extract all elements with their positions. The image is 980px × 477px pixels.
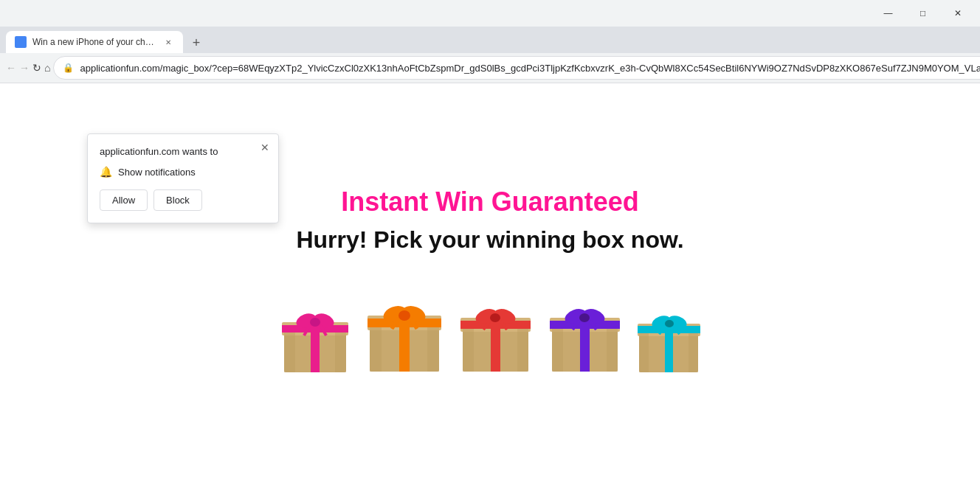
svg-rect-21 xyxy=(517,327,528,372)
minimize-button[interactable]: — xyxy=(872,2,905,24)
new-tab-button[interactable]: + xyxy=(186,32,207,53)
lock-icon: 🔒 xyxy=(63,63,74,73)
svg-rect-31 xyxy=(580,327,590,372)
svg-point-17 xyxy=(398,310,410,321)
bell-icon: 🔔 xyxy=(100,166,112,178)
svg-rect-22 xyxy=(491,327,500,372)
tab-favicon-icon xyxy=(15,36,27,48)
popup-buttons: Allow Block xyxy=(100,189,266,211)
svg-rect-12 xyxy=(427,326,439,372)
gift-box-2[interactable] xyxy=(364,283,445,375)
svg-point-44 xyxy=(665,320,674,327)
svg-rect-13 xyxy=(399,326,410,372)
reload-button[interactable]: ↻ xyxy=(32,56,41,80)
svg-point-35 xyxy=(579,313,590,322)
svg-rect-40 xyxy=(665,332,673,372)
svg-rect-38 xyxy=(639,332,649,372)
forward-button[interactable]: → xyxy=(19,56,30,80)
gift-boxes-container xyxy=(278,283,702,375)
maximize-button[interactable]: □ xyxy=(906,2,939,24)
tab-title: Win a new iPhone of your choice xyxy=(32,37,156,47)
svg-rect-29 xyxy=(552,327,563,372)
address-bar[interactable]: 🔒 applicationfun.com/magic_box/?cep=68WE… xyxy=(53,56,980,80)
gift-box-1[interactable] xyxy=(278,294,352,375)
svg-point-8 xyxy=(310,318,320,327)
tab-close-button[interactable]: ✕ xyxy=(162,36,174,48)
active-tab[interactable]: Win a new iPhone of your choice ✕ xyxy=(6,31,183,53)
page-content: ✕ applicationfun.com wants to 🔔 Show not… xyxy=(0,83,980,477)
svg-rect-4 xyxy=(311,331,320,372)
headline-black: Hurry! Pick your winning box now. xyxy=(296,226,683,254)
gift-box-3[interactable] xyxy=(457,287,534,375)
allow-button[interactable]: Allow xyxy=(100,189,148,211)
svg-point-26 xyxy=(490,313,500,322)
permission-row: 🔔 Show notifications xyxy=(100,166,266,178)
title-bar: — □ ✕ xyxy=(0,0,980,27)
svg-rect-39 xyxy=(689,332,698,372)
svg-rect-30 xyxy=(607,327,618,372)
headline-pink: Instant Win Guaranteed xyxy=(341,187,639,217)
svg-rect-20 xyxy=(463,327,474,372)
browser-chrome: — □ ✕ Win a new iPhone of your choice ✕ … xyxy=(0,0,980,83)
nav-bar: ← → ↻ ⌂ 🔒 applicationfun.com/magic_box/?… xyxy=(0,53,980,83)
permission-label: Show notifications xyxy=(118,167,196,178)
notification-popup: ✕ applicationfun.com wants to 🔔 Show not… xyxy=(87,133,279,223)
tab-bar: Win a new iPhone of your choice ✕ + xyxy=(0,27,980,53)
popup-close-button[interactable]: ✕ xyxy=(258,140,272,155)
home-button[interactable]: ⌂ xyxy=(44,56,50,80)
svg-rect-11 xyxy=(370,326,382,372)
back-button[interactable]: ← xyxy=(6,56,16,80)
svg-rect-2 xyxy=(284,331,295,372)
url-text: applicationfun.com/magic_box/?cep=68WEqy… xyxy=(80,63,980,74)
popup-title: applicationfun.com wants to xyxy=(100,146,266,157)
window-controls: — □ ✕ xyxy=(872,2,974,24)
close-button[interactable]: ✕ xyxy=(941,2,974,24)
svg-rect-3 xyxy=(335,331,346,372)
gift-box-5[interactable] xyxy=(635,294,702,375)
block-button[interactable]: Block xyxy=(153,189,202,211)
gift-box-4[interactable] xyxy=(546,287,624,375)
